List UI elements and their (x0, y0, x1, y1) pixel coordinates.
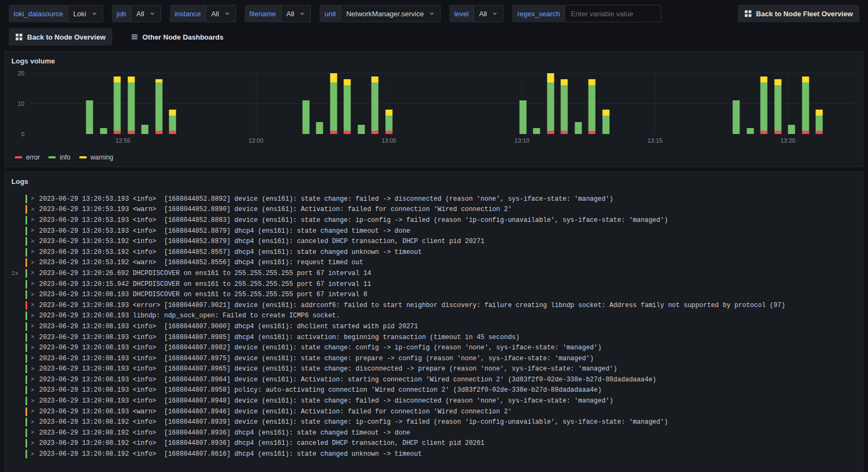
log-level-indicator-error (25, 301, 27, 310)
log-line-text: 2023-06-29 13:20:53.193 <info> [16880448… (39, 195, 614, 203)
chevron-down-icon (91, 10, 98, 17)
legend-label: warning (91, 154, 113, 161)
log-row[interactable]: >2023-06-29 13:20:08.193 <info> [1688044… (11, 396, 859, 406)
log-row[interactable]: >2023-06-29 13:20:08.193 <info> [1688044… (11, 364, 859, 375)
log-row[interactable]: 2x>2023-06-29 13:20:26.692 DHCPDISCOVER … (11, 268, 859, 279)
legend-swatch (48, 156, 56, 158)
variable-value: All (136, 10, 144, 18)
bar-segment-warning (816, 110, 823, 116)
variable-loki-datasource: loki_datasource Loki (9, 5, 103, 22)
chevron-right-icon[interactable]: > (31, 387, 39, 393)
y-tick-label: 0 (5, 130, 24, 138)
chevron-right-icon[interactable]: > (31, 323, 39, 329)
log-row[interactable]: >2023-06-29 13:20:08.193 <info> [1688044… (11, 321, 859, 332)
legend-swatch (15, 156, 22, 158)
log-row[interactable]: >2023-06-29 13:20:08.193 <error> [168804… (11, 300, 859, 311)
unit-select[interactable]: NetworkManager.service (341, 5, 441, 22)
log-level-indicator-info (25, 322, 27, 331)
log-row[interactable]: >2023-06-29 13:20:08.193 <info> [1688044… (11, 353, 859, 364)
bar-segment-error (761, 131, 768, 134)
chevron-right-icon[interactable]: > (31, 451, 39, 457)
log-row[interactable]: >2023-06-29 13:20:53.193 <warn> [1688044… (11, 205, 859, 215)
log-row[interactable]: >2023-06-29 13:20:53.192 <warn> [1688044… (11, 258, 859, 269)
log-level-indicator-info (25, 429, 27, 437)
chevron-right-icon[interactable]: > (31, 260, 39, 266)
log-level-indicator-info (25, 354, 27, 363)
log-level-indicator-info (25, 290, 27, 299)
legend-item-info[interactable]: info (48, 154, 70, 161)
bar-segment-warning (602, 110, 609, 116)
v-gridline (655, 73, 655, 134)
chevron-right-icon[interactable]: > (31, 313, 39, 319)
bar-segment-warning (127, 76, 135, 82)
bar-segment-info (519, 100, 526, 134)
chevron-right-icon[interactable]: > (31, 302, 39, 308)
bar-segment-warning (802, 76, 809, 82)
volume-bar (169, 110, 176, 134)
chevron-right-icon[interactable]: > (31, 355, 39, 361)
log-row[interactable]: >2023-06-29 13:20:53.193 <info> [1688044… (11, 215, 859, 226)
log-row[interactable]: >2023-06-29 13:20:08.193 DHCPDISCOVER on… (11, 289, 859, 300)
job-select[interactable]: All (131, 5, 161, 22)
chevron-right-icon[interactable]: > (31, 281, 39, 287)
back-to-node-overview-button[interactable]: Back to Node Overview (9, 28, 112, 46)
back-to-node-fleet-overview-button[interactable]: Back to Node Fleet Overview (738, 5, 859, 22)
instance-select[interactable]: All (206, 5, 235, 22)
chevron-right-icon[interactable]: > (31, 292, 39, 298)
log-row[interactable]: >2023-06-29 13:20:08.192 <info> [1688044… (11, 438, 859, 449)
log-line-text: 2023-06-29 13:20:08.193 <info> [16880448… (39, 365, 617, 373)
chevron-right-icon[interactable]: > (31, 377, 39, 382)
log-row[interactable]: >2023-06-29 13:20:08.193 <info> [1688044… (11, 385, 859, 396)
regex-search-input[interactable] (565, 5, 661, 22)
chevron-right-icon[interactable]: > (31, 398, 39, 404)
log-level-indicator-warn (25, 258, 27, 267)
panel-title-logs-volume[interactable]: Logs volume (5, 52, 863, 70)
bar-segment-warning (385, 110, 392, 116)
chevron-right-icon[interactable]: > (31, 239, 39, 245)
level-select[interactable]: All (474, 5, 503, 22)
variable-unit: unit NetworkManager.service (320, 5, 441, 22)
log-row[interactable]: >2023-06-29 13:20:08.193 <info> [1688044… (11, 374, 859, 385)
panel-title-logs[interactable]: Logs (5, 172, 863, 190)
loki-datasource-select[interactable]: Loki (68, 5, 103, 22)
chevron-right-icon[interactable]: > (31, 196, 39, 202)
log-row[interactable]: >2023-06-29 13:20:53.192 <info> [1688044… (11, 247, 859, 258)
other-node-dashboards-button[interactable]: Other Node Dashboards (124, 28, 231, 46)
volume-bar (385, 110, 392, 134)
variable-value: All (211, 10, 219, 18)
chevron-right-icon[interactable]: > (31, 441, 39, 447)
log-row[interactable]: >2023-06-29 13:20:15.942 DHCPDISCOVER on… (11, 279, 859, 290)
log-row[interactable]: >2023-06-29 13:20:08.193 <warn> [1688044… (11, 406, 859, 417)
legend-item-warning[interactable]: warning (79, 154, 113, 161)
chevron-right-icon[interactable]: > (31, 207, 39, 213)
chevron-right-icon[interactable]: > (31, 249, 39, 255)
log-level-indicator-info (25, 280, 27, 289)
chevron-right-icon[interactable]: > (31, 217, 39, 223)
chevron-right-icon[interactable]: > (31, 366, 39, 372)
log-row[interactable]: >2023-06-29 13:20:53.192 <info> [1688044… (11, 236, 859, 247)
chevron-right-icon[interactable]: > (31, 409, 39, 414)
log-row[interactable]: >2023-06-29 13:20:08.192 <info> [1688044… (11, 428, 859, 438)
log-level-indicator-info (25, 333, 27, 342)
chevron-right-icon[interactable]: > (31, 228, 39, 234)
log-row[interactable]: >2023-06-29 13:20:53.193 <info> [1688044… (11, 194, 859, 205)
log-row[interactable]: >2023-06-29 13:20:08.193 libndp: ndp_soc… (11, 311, 859, 322)
chevron-right-icon[interactable]: > (31, 430, 39, 436)
log-row[interactable]: >2023-06-29 13:20:08.192 <info> [1688044… (11, 417, 859, 428)
variable-instance: instance All (170, 5, 236, 22)
chevron-down-icon (224, 10, 231, 17)
chevron-right-icon[interactable]: > (31, 419, 39, 425)
chevron-right-icon[interactable]: > (31, 270, 39, 276)
log-row[interactable]: >2023-06-29 13:20:08.193 <info> [1688044… (11, 342, 859, 353)
log-level-indicator-info (25, 386, 27, 394)
log-row[interactable]: >2023-06-29 13:20:53.193 <info> [1688044… (11, 226, 859, 237)
chevron-right-icon[interactable]: > (31, 334, 39, 340)
filename-select[interactable]: All (281, 5, 311, 22)
log-row[interactable]: >2023-06-29 13:20:08.193 <info> [1688044… (11, 332, 859, 343)
log-level-indicator-info (25, 450, 27, 458)
variable-label: job (112, 5, 131, 22)
bar-segment-info (733, 100, 740, 134)
log-row[interactable]: >2023-06-29 13:20:08.192 <info> [1688044… (11, 449, 859, 460)
chevron-right-icon[interactable]: > (31, 345, 39, 351)
legend-item-error[interactable]: error (15, 154, 40, 161)
